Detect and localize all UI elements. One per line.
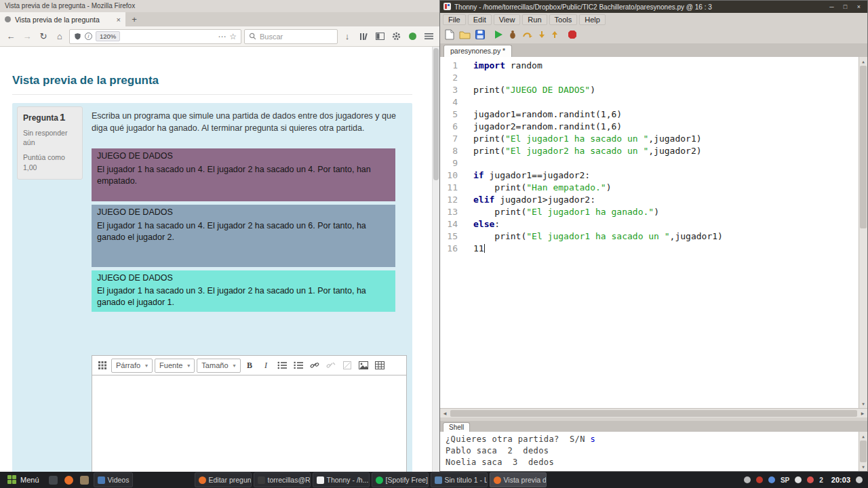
step-over-icon[interactable]: [522, 30, 533, 39]
scroll-up-icon[interactable]: ▲: [859, 432, 867, 441]
network-icon[interactable]: [768, 476, 775, 483]
menu-file[interactable]: File: [443, 14, 466, 25]
hamburger-menu-icon[interactable]: [422, 33, 435, 40]
sidebar-icon[interactable]: [373, 33, 387, 40]
terminal-launcher-icon[interactable]: [47, 476, 60, 485]
autolink-icon[interactable]: [340, 359, 355, 373]
recording-icon[interactable]: [756, 476, 763, 483]
scroll-down-icon[interactable]: ▼: [859, 462, 867, 471]
taskbar-button[interactable]: [Spotify Free]: [372, 472, 429, 487]
files-launcher-icon[interactable]: [78, 476, 92, 485]
editor-hscroll-thumb[interactable]: [450, 410, 857, 417]
menu-view[interactable]: View: [494, 14, 521, 25]
browser-tab[interactable]: Vista previa de la pregunta ×: [0, 12, 125, 26]
numbered-list-icon[interactable]: [292, 359, 306, 373]
minimize-button[interactable]: ─: [827, 3, 837, 10]
shield-icon[interactable]: [74, 30, 81, 43]
scroll-left-icon[interactable]: ◀: [440, 409, 450, 418]
shell-vscrollbar[interactable]: ▲ ▼: [859, 432, 867, 471]
shell-vscroll-thumb[interactable]: [860, 441, 867, 462]
applications-menu-button[interactable]: Menú: [2, 472, 45, 487]
code-line[interactable]: 1import random: [440, 60, 867, 72]
taskbar-button[interactable]: Vista previa d...: [490, 472, 547, 487]
taskbar-button[interactable]: Videos: [94, 472, 133, 487]
library-icon[interactable]: [357, 33, 370, 41]
step-into-icon[interactable]: [538, 30, 546, 39]
open-file-icon[interactable]: [459, 30, 471, 39]
toolbar-collapse-icon[interactable]: [95, 359, 109, 373]
volume-icon[interactable]: [795, 476, 802, 483]
tab-close-icon[interactable]: ×: [117, 16, 121, 24]
code-line[interactable]: 14else:: [440, 218, 867, 230]
maximize-button[interactable]: □: [840, 3, 850, 10]
taskbar-button[interactable]: Thonny - /h...: [313, 472, 370, 487]
clock[interactable]: 20:03: [831, 476, 850, 484]
code-editor[interactable]: 1import random23print("JUEGO DE DADOS")4…: [440, 57, 867, 408]
forward-button[interactable]: →: [20, 30, 34, 43]
editor-hscrollbar[interactable]: ◀ ▶: [440, 408, 867, 418]
code-line[interactable]: 6jugador2=random.randint(1,6): [440, 121, 867, 133]
firefox-titlebar[interactable]: Vista previa de la pregunta - Mozilla Fi…: [0, 0, 439, 12]
code-line[interactable]: 10if jugador1==jugador2:: [440, 169, 867, 182]
reload-button[interactable]: ↻: [37, 30, 50, 43]
page-actions-icon[interactable]: ⋯: [218, 32, 226, 41]
url-bar[interactable]: i 120% ⋯ ☆: [69, 29, 241, 44]
taskbar-button[interactable]: Editar pregun...: [195, 472, 252, 487]
menu-help[interactable]: Help: [579, 14, 606, 25]
code-line[interactable]: 11 print("Han empatado."): [440, 182, 867, 194]
keyboard-indicator-icon[interactable]: [744, 476, 751, 483]
code-line[interactable]: 5jugador1=random.randint(1,6): [440, 108, 867, 121]
link-icon[interactable]: [308, 359, 322, 373]
home-button[interactable]: ⌂: [53, 30, 66, 43]
bookmark-star-icon[interactable]: ☆: [229, 32, 237, 41]
image-icon[interactable]: [357, 359, 371, 373]
size-select[interactable]: Tamaño▾: [197, 359, 240, 373]
new-tab-button[interactable]: +: [125, 12, 143, 26]
taskbar-button[interactable]: Sin titulo 1 - Li...: [431, 472, 488, 487]
unlink-icon[interactable]: [324, 359, 338, 373]
close-button[interactable]: ×: [854, 3, 864, 10]
paragraph-select[interactable]: Párrafo▾: [111, 359, 153, 373]
extension-icon[interactable]: [406, 33, 419, 40]
code-line[interactable]: 1611: [440, 243, 867, 255]
site-info-icon[interactable]: i: [85, 33, 92, 40]
firefox-launcher-icon[interactable]: [62, 476, 76, 485]
bold-button[interactable]: B: [243, 359, 257, 373]
code-line[interactable]: 12elif jugador1>jugador2:: [440, 194, 867, 206]
italic-button[interactable]: I: [259, 359, 273, 373]
editor-tab[interactable]: paresynones.py *: [443, 45, 512, 57]
update-notifier-icon[interactable]: [807, 476, 814, 483]
debug-icon[interactable]: [508, 30, 517, 39]
run-icon[interactable]: [494, 30, 503, 39]
power-icon[interactable]: [856, 476, 863, 483]
code-line[interactable]: 4: [440, 96, 867, 108]
code-line[interactable]: 13 print("El jugador1 ha ganado."): [440, 206, 867, 218]
menu-run[interactable]: Run: [522, 14, 547, 25]
thonny-titlebar[interactable]: Thonny - /home/torrecillas/Dropbox/Publi…: [440, 1, 867, 13]
bullet-list-icon[interactable]: [275, 359, 290, 373]
search-bar[interactable]: Buscar: [244, 29, 338, 44]
menu-edit[interactable]: Edit: [468, 14, 492, 25]
page-scrollbar-thumb[interactable]: [433, 48, 439, 180]
page-scrollbar[interactable]: [432, 47, 439, 472]
code-line[interactable]: 2: [440, 72, 867, 84]
shell-tab[interactable]: Shell: [443, 422, 470, 432]
back-button[interactable]: ←: [4, 30, 18, 43]
menu-tools[interactable]: Tools: [549, 14, 578, 25]
editor-vscrollbar[interactable]: ▲ ▼: [859, 57, 867, 408]
taskbar-button[interactable]: torrecillas@R...: [254, 472, 311, 487]
code-line[interactable]: 7print("El jugador1 ha sacado un ",jugad…: [440, 133, 867, 145]
scroll-up-icon[interactable]: ▲: [859, 57, 867, 66]
editor-vscroll-thumb[interactable]: [860, 66, 867, 228]
stop-icon[interactable]: [568, 30, 577, 39]
code-line[interactable]: 8print("El jugador2 ha sacado un ",jugad…: [440, 145, 867, 157]
gear-icon[interactable]: [389, 32, 403, 41]
scroll-down-icon[interactable]: ▼: [859, 399, 867, 408]
table-icon[interactable]: [373, 359, 387, 373]
font-select[interactable]: Fuente▾: [155, 359, 195, 373]
download-icon[interactable]: ↓: [340, 30, 354, 43]
code-line[interactable]: 15 print("El jugador1 ha sacado un ",jug…: [440, 230, 867, 243]
step-out-icon[interactable]: [551, 30, 559, 39]
zoom-level-badge[interactable]: 120%: [96, 31, 120, 41]
shell-pane[interactable]: ¿Quieres otra partida? S/N sPablo saca 2…: [440, 432, 867, 471]
